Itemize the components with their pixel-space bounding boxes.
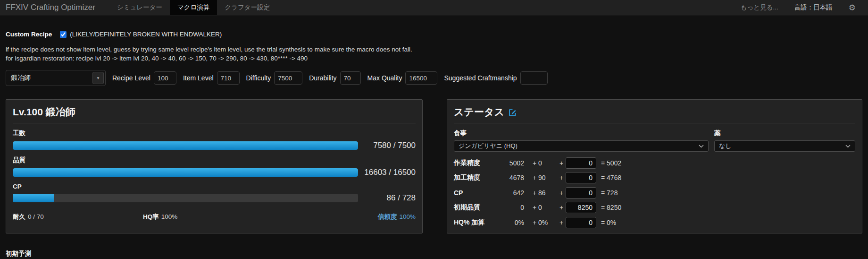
progress-label: 工数 (13, 129, 416, 138)
edit-icon[interactable] (509, 109, 517, 117)
gear-icon[interactable]: ⚙ (849, 3, 856, 13)
custom-recipe-checkbox[interactable] (60, 31, 67, 38)
simulation-panel: Lv.100 鍛冶師 工数 7580 / 7500 品質 16603 / 165… (6, 99, 423, 233)
reliability-readout: 信頼度100% (378, 213, 416, 221)
buffs-row: 食事 ジンガビリヤニ (HQ) 薬 なし (454, 129, 855, 152)
custom-recipe-row: Custom Recipe (LIKELY/DEFINITELY BROKEN … (6, 31, 862, 38)
language-selector[interactable]: 言語：日本語 (794, 3, 833, 12)
suggested-craftmanship-label: Suggested Craftmanship (444, 74, 517, 82)
durability-readout: 耐久0 / 70 (13, 213, 143, 221)
recipe-level-label: Recipe Level (112, 74, 150, 82)
status-panel-title: ステータス (454, 105, 504, 119)
quality-bar (13, 168, 358, 177)
hq-rate-readout: HQ率100% (143, 213, 177, 221)
quality-block: 品質 16603 / 16500 (13, 156, 416, 177)
job-select[interactable]: 鍛冶師 ▼ (6, 70, 106, 86)
quality-label: 品質 (13, 156, 416, 164)
custom-recipe-warning: (LIKELY/DEFINITELY BROKEN WITH ENDWALKER… (70, 31, 222, 38)
item-level-label: Item Level (183, 74, 214, 82)
durability-label: Durability (309, 74, 336, 82)
progress-bar (13, 141, 358, 150)
navbar: FFXIV Crafting Optimizer シミュレーター マクロ演算 ク… (0, 0, 868, 16)
stat-row-craftsmanship: 作業精度 5002 + 0 + = 5002 (454, 155, 855, 171)
food-label: 食事 (454, 129, 709, 138)
cp-value: 86 / 728 (358, 193, 416, 203)
control-extra-input[interactable] (566, 172, 596, 183)
medicine-select[interactable]: なし (714, 140, 855, 152)
app-title: FFXIV Crafting Optimizer (0, 0, 109, 15)
chevron-down-icon (699, 145, 704, 148)
food-select[interactable]: ジンガビリヤニ (HQ) (454, 140, 709, 152)
custom-recipe-label: Custom Recipe (6, 31, 52, 38)
stat-row-initial-quality: 初期品質 0 + 0 + = 8250 (454, 200, 855, 216)
progress-block: 工数 7580 / 7500 (13, 129, 416, 150)
food-select-value: ジンガビリヤニ (HQ) (459, 142, 517, 150)
chevron-down-icon (845, 145, 851, 148)
tab-macro-calc[interactable]: マクロ演算 (170, 0, 217, 15)
cp-bar (13, 194, 358, 202)
stat-row-cp: CP 642 + 86 + = 728 (454, 185, 855, 200)
stat-row-hq-bonus: HQ% 加算 0% + 0% + = 0% (454, 215, 855, 230)
recipe-form: 鍛冶師 ▼ Recipe Level Item Level Difficulty… (6, 70, 862, 86)
tab-simulator[interactable]: シミュレーター (109, 0, 170, 15)
difficulty-label: Difficulty (246, 74, 271, 82)
caret-down-icon: ▼ (96, 76, 100, 80)
initial-prediction-heading: 初期予測 (6, 250, 868, 258)
stat-row-control: 加工精度 4678 + 90 + = 4768 (454, 171, 855, 186)
cp-extra-input[interactable] (566, 187, 596, 199)
suggested-craftmanship-field: Suggested Craftmanship (444, 71, 547, 85)
job-select-caret-button[interactable]: ▼ (92, 72, 104, 84)
recipe-level-input[interactable] (154, 71, 176, 85)
max-quality-field: Max Quality (367, 71, 438, 85)
recipe-note-line1: if the recipe does not show item level, … (6, 45, 862, 54)
durability-field: Durability (309, 71, 360, 85)
max-quality-input[interactable] (405, 71, 437, 85)
status-panel: ステータス 食事 ジンガビリヤニ (HQ) 薬 (447, 99, 862, 233)
progress-value: 7580 / 7500 (358, 141, 416, 150)
more-link[interactable]: もっと見る... (741, 3, 778, 12)
item-level-input[interactable] (217, 71, 240, 85)
max-quality-label: Max Quality (367, 74, 402, 82)
craftsmanship-extra-input[interactable] (566, 157, 596, 169)
medicine-label: 薬 (714, 129, 855, 138)
quality-value: 16603 / 16500 (358, 168, 416, 177)
medicine-select-value: なし (719, 142, 732, 150)
suggested-craftmanship-input[interactable] (520, 71, 548, 85)
item-level-field: Item Level (183, 71, 240, 85)
difficulty-field: Difficulty (246, 71, 303, 85)
recipe-note-line2: for isgardian restoration: recipe lvl 20… (6, 54, 862, 63)
durability-input[interactable] (340, 71, 361, 85)
simulation-footer: 耐久0 / 70 HQ率100% 信頼度100% (13, 213, 416, 221)
recipe-notes: if the recipe does not show item level, … (6, 45, 862, 63)
simulation-panel-title: Lv.100 鍛冶師 (13, 105, 416, 123)
difficulty-input[interactable] (274, 71, 302, 85)
cp-label: CP (13, 183, 416, 190)
tab-crafter-settings[interactable]: クラフター設定 (217, 0, 277, 15)
stats-table: 作業精度 5002 + 0 + = 5002 加工精度 4678 + 90 + … (454, 155, 855, 230)
cp-block: CP 86 / 728 (13, 183, 416, 203)
hq-bonus-extra-input[interactable] (566, 217, 596, 228)
recipe-level-field: Recipe Level (112, 71, 176, 85)
initial-quality-extra-input[interactable] (566, 202, 596, 213)
job-select-value: 鍛冶師 (6, 74, 35, 82)
